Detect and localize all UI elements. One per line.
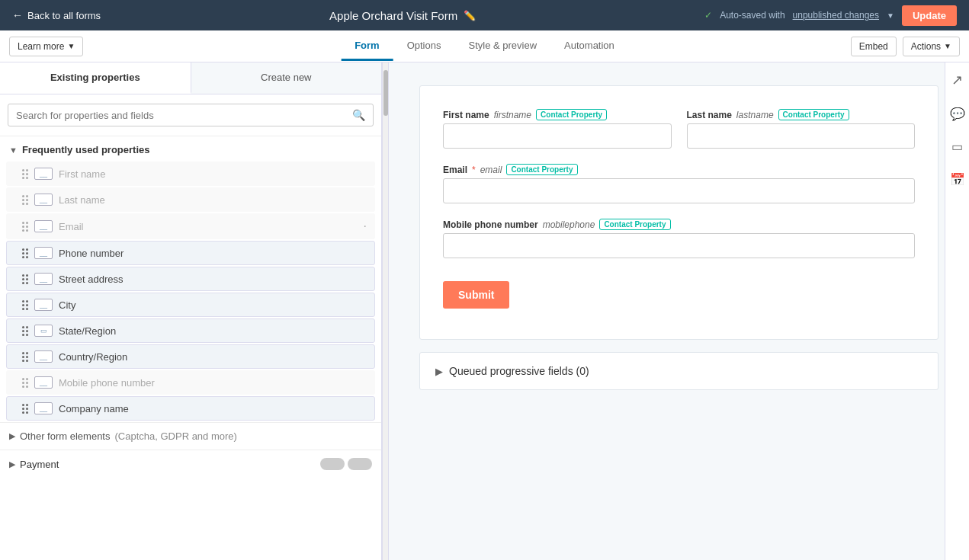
list-item[interactable]: __ First name xyxy=(6,162,375,186)
form-row-name: First name firstname Contact Property La… xyxy=(443,109,915,149)
list-item[interactable]: __ Company name xyxy=(6,396,375,421)
field-label-mobile: Mobile phone number mobilephone Contact … xyxy=(443,219,915,230)
form-title: Apple Orchard Visit Form xyxy=(329,9,457,22)
list-item[interactable]: __ Last name xyxy=(6,187,375,212)
search-input[interactable] xyxy=(16,110,346,121)
queued-header[interactable]: ▶ Queued progressive fields (0) xyxy=(435,365,922,377)
search-box: 🔍 xyxy=(8,104,374,126)
form-row-mobile: Mobile phone number mobilephone Contact … xyxy=(443,219,915,258)
property-label: Street address xyxy=(59,274,124,285)
drag-handle-icon xyxy=(22,222,28,232)
input-firstname[interactable] xyxy=(443,123,672,149)
property-label: Phone number xyxy=(59,248,124,259)
drag-handle-icon xyxy=(22,326,28,336)
scrollbar-thumb xyxy=(383,70,388,116)
field-label-firstname: First name firstname Contact Property xyxy=(443,109,672,120)
property-label: Country/Region xyxy=(59,351,127,363)
autosave-text: Auto-saved with xyxy=(720,10,785,21)
layout-icon[interactable]: ▭ xyxy=(948,136,966,157)
toggle-track xyxy=(320,458,345,470)
tab-style-preview[interactable]: Style & preview xyxy=(454,32,550,61)
drag-handle-icon xyxy=(22,300,28,310)
field-type-icon: ▭ xyxy=(34,325,53,337)
field-type-icon: __ xyxy=(34,168,53,180)
search-icon[interactable]: 🔍 xyxy=(352,109,365,121)
field-label-lastname: Last name lastname Contact Property xyxy=(687,109,916,120)
right-panel: First name firstname Contact Property La… xyxy=(389,62,969,560)
drag-handle-icon xyxy=(22,404,28,414)
input-lastname[interactable] xyxy=(687,123,916,149)
update-button[interactable]: Update xyxy=(902,5,957,26)
embed-button[interactable]: Embed xyxy=(851,37,897,56)
field-type-icon: __ xyxy=(34,273,53,285)
right-toolbar: ↗ 💬 ▭ 📅 xyxy=(945,62,969,560)
drag-handle-icon xyxy=(22,274,28,284)
field-type-icon: __ xyxy=(34,402,53,414)
input-email[interactable] xyxy=(443,178,915,203)
list-item[interactable]: __ Email · xyxy=(6,213,375,239)
contact-property-badge-email: Contact Property xyxy=(506,164,577,175)
tab-form[interactable]: Form xyxy=(341,32,393,61)
create-new-tab[interactable]: Create new xyxy=(191,62,382,94)
frequently-used-label: Frequently used properties xyxy=(22,144,150,155)
drag-handle-icon xyxy=(22,195,28,205)
other-elements-label: Other form elements xyxy=(20,430,111,442)
tab-automation[interactable]: Automation xyxy=(550,32,628,61)
existing-properties-tab[interactable]: Existing properties xyxy=(0,62,191,94)
tab-options[interactable]: Options xyxy=(393,32,455,61)
frequently-used-header[interactable]: ▼ Frequently used properties xyxy=(0,136,381,160)
field-type-icon: __ xyxy=(34,350,53,363)
unpublished-link[interactable]: unpublished changes xyxy=(793,10,879,21)
back-link[interactable]: ← Back to all forms xyxy=(12,9,101,21)
dot-icon: · xyxy=(364,219,367,233)
other-elements-section[interactable]: ▶ Other form elements (Captcha, GDPR and… xyxy=(0,422,381,450)
search-area: 🔍 xyxy=(0,94,381,136)
list-item[interactable]: ▭ State/Region xyxy=(6,318,375,343)
toggle-track2 xyxy=(348,458,372,470)
main-layout: Existing properties Create new 🔍 ▼ Frequ xyxy=(0,62,969,560)
list-item[interactable]: __ Phone number xyxy=(6,241,375,265)
form-row-email: Email * email Contact Property xyxy=(443,164,915,203)
property-label: Email xyxy=(59,221,84,232)
field-api-lastname: lastname xyxy=(736,110,774,120)
field-label-email: Email * email Contact Property xyxy=(443,164,915,175)
comment-icon[interactable]: 💬 xyxy=(947,104,968,124)
submit-button[interactable]: Submit xyxy=(443,281,509,309)
calendar-icon[interactable]: 📅 xyxy=(947,169,968,190)
input-mobile[interactable] xyxy=(443,233,915,258)
list-item[interactable]: __ City xyxy=(6,293,375,317)
sub-nav-right: Embed Actions ▼ xyxy=(851,37,960,56)
field-api-firstname: firstname xyxy=(494,110,531,120)
required-star-icon: * xyxy=(472,165,476,175)
panel-content: ▼ Frequently used properties __ First na… xyxy=(0,136,381,560)
learn-more-button[interactable]: Learn more ▼ xyxy=(9,37,83,56)
learn-more-chevron-icon: ▼ xyxy=(67,42,75,50)
dropdown-arrow-icon[interactable]: ▼ xyxy=(887,11,894,20)
field-name-firstname: First name xyxy=(443,110,489,120)
actions-button[interactable]: Actions ▼ xyxy=(903,37,960,56)
queued-section: ▶ Queued progressive fields (0) xyxy=(419,352,939,390)
other-elements-chevron-icon: ▶ xyxy=(9,431,15,441)
panel-tabs: Existing properties Create new xyxy=(0,62,381,94)
left-panel-scrollbar[interactable] xyxy=(382,62,388,560)
field-name-mobile: Mobile phone number xyxy=(443,219,538,230)
back-label: Back to all forms xyxy=(27,10,101,21)
edit-icon[interactable]: ✏️ xyxy=(464,10,476,21)
payment-section[interactable]: ▶ Payment xyxy=(0,450,381,478)
drag-handle-icon xyxy=(22,352,28,362)
property-label: First name xyxy=(59,168,105,180)
form-preview: First name firstname Contact Property La… xyxy=(419,85,939,340)
sub-nav: Learn more ▼ Form Options Style & previe… xyxy=(0,30,969,62)
field-api-email: email xyxy=(480,165,502,175)
contact-property-badge-firstname: Contact Property xyxy=(536,109,607,120)
field-type-icon: __ xyxy=(34,247,53,259)
list-item[interactable]: __ Street address xyxy=(6,267,375,291)
list-item[interactable]: __ Mobile phone number xyxy=(6,370,375,395)
autosave-area: ✓ Auto-saved with unpublished changes ▼ … xyxy=(704,5,957,26)
actions-label: Actions xyxy=(911,41,941,52)
list-item[interactable]: __ Country/Region xyxy=(6,344,375,369)
cursor-icon: ↗ xyxy=(948,69,966,91)
left-panel: Existing properties Create new 🔍 ▼ Frequ xyxy=(0,62,382,560)
payment-toggle[interactable] xyxy=(320,458,372,470)
drag-handle-icon xyxy=(22,169,28,179)
